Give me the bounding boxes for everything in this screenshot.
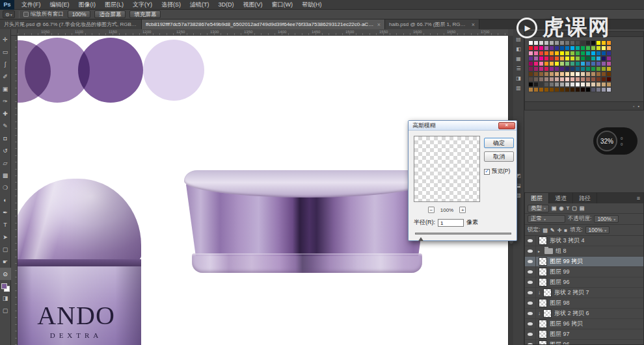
zoom-tool[interactable]: ⊙ [0, 268, 11, 280]
lock-position-icon[interactable]: ✛ [557, 227, 562, 233]
color-swatch[interactable] [585, 87, 591, 92]
color-swatch[interactable] [596, 51, 601, 56]
color-swatch[interactable] [580, 77, 585, 82]
cancel-button[interactable]: 取消 [484, 151, 514, 162]
color-swatch[interactable] [591, 61, 596, 66]
layer-thumbnail[interactable] [543, 288, 552, 297]
visibility-toggle[interactable] [525, 329, 536, 340]
color-swatch[interactable] [539, 56, 544, 61]
color-swatch[interactable] [528, 82, 533, 87]
color-swatch[interactable] [570, 45, 575, 51]
visibility-toggle[interactable] [525, 340, 536, 345]
document-tab[interactable]: 片头片尾.psd @ 66.7% (7.学会化妆品的修图方式, RGB/8*) [0, 19, 142, 29]
filter-adjustment-layers-icon[interactable]: ◉ [559, 205, 564, 211]
visibility-toggle[interactable] [525, 236, 536, 246]
expand-triangle-icon[interactable]: ▸ [536, 249, 542, 253]
zoom-in-icon[interactable]: + [459, 207, 466, 213]
color-swatch[interactable] [591, 45, 596, 51]
color-swatch[interactable] [559, 66, 565, 71]
close-icon[interactable]: × [472, 21, 475, 28]
color-swatch[interactable] [596, 61, 601, 66]
visibility-toggle[interactable] [525, 288, 536, 298]
radius-input[interactable]: 1 [438, 219, 464, 227]
hand-tool[interactable]: ☛ [0, 255, 11, 268]
color-swatch[interactable] [539, 82, 544, 87]
menu-item[interactable]: 文件(F) [17, 0, 46, 10]
color-swatch[interactable] [591, 56, 596, 61]
color-swatch[interactable] [570, 87, 575, 92]
layer-row[interactable]: 图层 96 [525, 340, 643, 344]
color-swatch[interactable] [575, 87, 580, 92]
panel-tab-icon[interactable]: ▥ [513, 83, 524, 93]
zoom-out-icon[interactable]: − [428, 207, 435, 213]
color-swatch[interactable] [528, 51, 533, 56]
color-swatch[interactable] [549, 71, 554, 77]
color-swatch[interactable] [591, 77, 596, 82]
color-swatch[interactable] [528, 87, 533, 92]
color-swatch[interactable] [606, 82, 611, 87]
shape-tool[interactable]: ▢ [0, 243, 11, 255]
color-swatch[interactable] [565, 61, 570, 66]
color-swatch[interactable] [601, 71, 606, 77]
healing-brush-tool[interactable]: ✚ [0, 107, 11, 120]
menu-item[interactable]: 文字(Y) [128, 0, 157, 10]
color-swatch[interactable] [554, 56, 559, 61]
color-swatch[interactable] [549, 87, 554, 92]
color-swatch[interactable] [601, 66, 606, 71]
color-swatch[interactable] [580, 61, 585, 66]
color-swatch[interactable] [575, 51, 580, 56]
move-tool[interactable]: ✛ [0, 33, 11, 45]
color-swatch[interactable] [580, 66, 585, 71]
color-swatch[interactable] [554, 61, 559, 66]
color-swatch[interactable] [591, 82, 596, 87]
color-swatch[interactable] [544, 77, 549, 82]
layer-thumbnail[interactable] [539, 268, 547, 276]
color-swatch[interactable] [549, 82, 554, 87]
color-swatch[interactable] [544, 61, 549, 66]
color-swatch[interactable] [528, 45, 533, 51]
color-swatch[interactable] [554, 87, 559, 92]
tab-paths[interactable]: 路径 [573, 193, 597, 203]
fill-screen-button[interactable]: 填充屏幕 [129, 10, 161, 18]
preview-checkbox[interactable]: ✓ 预览(P) [484, 168, 510, 175]
color-swatch[interactable] [565, 71, 570, 77]
color-swatch[interactable] [606, 71, 611, 77]
color-swatch[interactable] [544, 87, 549, 92]
color-swatch[interactable] [559, 51, 565, 56]
filter-pixel-layers-icon[interactable]: ▣ [552, 205, 557, 211]
close-icon[interactable]: × [377, 21, 381, 28]
blur-preview-area[interactable] [414, 136, 480, 202]
app-logo-icon[interactable]: Ps [0, 0, 14, 10]
filter-type-select[interactable]: 类型 ▾ [528, 205, 549, 212]
color-swatch[interactable] [539, 87, 544, 92]
color-swatch[interactable] [575, 82, 580, 87]
color-swatch[interactable] [585, 56, 591, 61]
layer-thumbnail[interactable] [539, 236, 547, 245]
color-swatch[interactable] [554, 82, 559, 87]
color-swatch[interactable] [575, 45, 580, 51]
color-swatch[interactable] [570, 71, 575, 77]
type-tool[interactable]: T [0, 218, 11, 231]
delete-swatch-icon[interactable]: ▪ [638, 104, 639, 109]
color-swatch[interactable] [565, 66, 570, 71]
menu-item[interactable]: 窗口(W) [267, 0, 298, 10]
visibility-toggle[interactable] [525, 298, 536, 309]
color-swatch[interactable] [565, 82, 570, 87]
color-swatch[interactable] [539, 66, 544, 71]
visibility-toggle[interactable] [525, 246, 536, 257]
dodge-tool[interactable]: ◐ [0, 194, 11, 206]
color-swatch[interactable] [528, 66, 533, 71]
menu-item[interactable]: 选择(S) [157, 0, 185, 10]
filter-shape-layers-icon[interactable]: ▢ [572, 205, 577, 211]
color-swatch[interactable] [596, 71, 601, 77]
color-swatch[interactable] [575, 66, 580, 71]
menu-item[interactable]: 视图(V) [239, 0, 267, 10]
visibility-toggle[interactable] [525, 319, 536, 329]
color-swatch[interactable] [528, 56, 533, 61]
color-swatch[interactable] [539, 61, 544, 66]
color-swatch[interactable] [539, 77, 544, 82]
color-swatch[interactable] [539, 71, 544, 77]
color-swatch[interactable] [559, 56, 565, 61]
blur-tool[interactable]: ❍ [0, 181, 11, 194]
panel-tab-icon[interactable]: ◧ [513, 44, 524, 54]
